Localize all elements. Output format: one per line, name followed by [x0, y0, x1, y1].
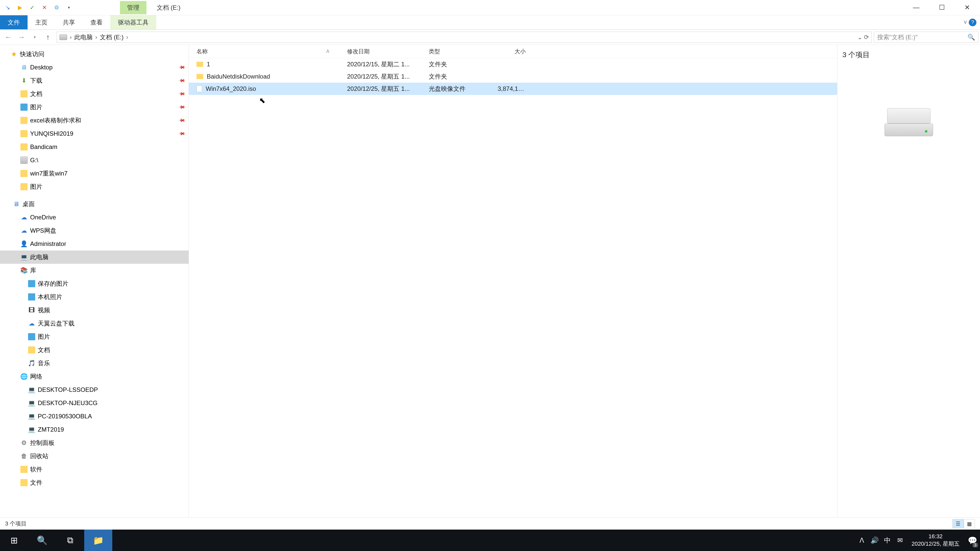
ribbon-tab-file[interactable]: 文件	[0, 15, 27, 29]
navigation-tree[interactable]: ★快速访问 🖥Desktop📌 ⬇下载📌 文档📌 图片📌 excel表格制作求和…	[0, 45, 189, 517]
tree-excel[interactable]: excel表格制作求和📌	[0, 114, 189, 127]
tree-recycle[interactable]: 🗑回收站	[0, 449, 189, 463]
sound-icon[interactable]: 🔊	[868, 530, 881, 551]
taskbar-explorer-button[interactable]: 📁	[84, 530, 112, 551]
tree-gdrive[interactable]: G:\	[0, 154, 189, 167]
tree-win7[interactable]: win7重装win7	[0, 167, 189, 180]
pc-icon: 💻	[28, 413, 35, 420]
minimize-button[interactable]: —	[904, 0, 929, 15]
tree-quick-access[interactable]: ★快速访问	[0, 48, 189, 61]
file-size: 3,874,126...	[490, 85, 531, 92]
taskbar-search-button[interactable]: 🔍	[28, 530, 56, 551]
tree-music[interactable]: 🎵音乐	[0, 357, 189, 370]
ime-icon[interactable]: 中	[881, 530, 894, 551]
column-type[interactable]: 类型	[421, 48, 490, 56]
tree-documents[interactable]: 文档📌	[0, 87, 189, 100]
qat-check-icon[interactable]: ✓	[27, 3, 37, 13]
tree-saved-pictures[interactable]: 保存的图片	[0, 277, 189, 290]
drive-icon	[21, 157, 27, 164]
ribbon-expand-icon[interactable]: ᐯ	[964, 20, 967, 25]
view-thumbnails-button[interactable]: ▦	[964, 519, 975, 528]
tree-pictures2[interactable]: 图片	[0, 180, 189, 193]
tree-net-pc2[interactable]: 💻DESKTOP-NJEU3CG	[0, 396, 189, 410]
tray-overflow-icon[interactable]: ᐱ	[856, 530, 868, 551]
clock-date: 2020/12/25, 星期五	[912, 540, 959, 548]
start-button[interactable]: ⊞	[0, 530, 28, 551]
mail-icon[interactable]: ✉	[894, 530, 907, 551]
taskbar: ⊞ 🔍 ⧉ 📁 ᐱ 🔊 中 ✉ 16:32 2020/12/25, 星期五 💬 …	[0, 530, 980, 551]
qat-properties-icon[interactable]: ⚙	[52, 3, 62, 13]
tree-video[interactable]: 🎞视频	[0, 303, 189, 317]
address-dropdown-icon[interactable]: ⌄	[857, 34, 862, 41]
navigation-row: ← → ▾ ↑ › 此电脑 › 文档 (E:) › ⌄ ⟳ 搜索"文档 (E:)…	[0, 30, 980, 45]
file-type: 光盘映像文件	[421, 85, 490, 93]
tree-yunqishi[interactable]: YUNQISHI2019📌	[0, 127, 189, 140]
task-view-button[interactable]: ⧉	[56, 530, 84, 551]
tree-admin[interactable]: 👤Administrator	[0, 237, 189, 251]
ribbon-tab-drive-tools[interactable]: 驱动器工具	[110, 15, 156, 29]
qat-folder-icon[interactable]: ▶	[15, 3, 25, 13]
pc-icon: 💻	[28, 400, 35, 407]
help-icon[interactable]: ?	[969, 19, 977, 26]
tree-software[interactable]: 软件	[0, 463, 189, 476]
tree-control-panel[interactable]: ⚙控制面板	[0, 436, 189, 449]
tree-doc2[interactable]: 文档	[0, 343, 189, 357]
refresh-icon[interactable]: ⟳	[864, 34, 869, 41]
tree-bandicam[interactable]: Bandicam	[0, 140, 189, 154]
nav-back-button[interactable]: ←	[2, 30, 15, 44]
breadcrumb-root[interactable]: 此电脑	[74, 33, 93, 41]
file-name: BaiduNetdiskDownload	[189, 73, 339, 80]
search-icon[interactable]: 🔍	[967, 34, 975, 41]
column-date[interactable]: 修改日期	[339, 48, 421, 56]
ribbon-tab-home[interactable]: 主页	[27, 15, 55, 29]
app-icon[interactable]: ↘	[3, 3, 13, 13]
tree-desktop[interactable]: 🖥Desktop📌	[0, 61, 189, 74]
tree-net-pc4[interactable]: 💻ZMT2019	[0, 423, 189, 436]
network-icon: 🌐	[21, 373, 27, 380]
ribbon-tab-view[interactable]: 查看	[83, 15, 110, 29]
pictures-icon	[28, 280, 35, 287]
folder-icon	[21, 170, 27, 177]
tree-pictures[interactable]: 图片📌	[0, 100, 189, 114]
pin-icon: 📌	[178, 116, 186, 124]
file-row[interactable]: 12020/12/15, 星期二 1...文件夹	[189, 58, 837, 70]
folder-icon	[21, 130, 27, 137]
tree-tianyi[interactable]: ☁天翼云盘下载	[0, 317, 189, 330]
tree-downloads[interactable]: ⬇下载📌	[0, 74, 189, 87]
column-name[interactable]: 名称ᐱ	[189, 48, 339, 56]
breadcrumb-location[interactable]: 文档 (E:)	[100, 33, 124, 41]
drive-preview-icon	[885, 108, 933, 136]
close-button[interactable]: ✕	[955, 0, 980, 15]
search-input[interactable]: 搜索"文档 (E:)" 🔍	[874, 32, 978, 43]
nav-forward-button[interactable]: →	[15, 30, 28, 44]
qat-dropdown-icon[interactable]: ▾	[64, 3, 74, 13]
nav-up-button[interactable]: ↑	[41, 30, 55, 44]
ribbon-tab-share[interactable]: 共享	[55, 15, 83, 29]
pc-icon: 💻	[28, 386, 35, 393]
tree-desktop-root[interactable]: 🖥桌面	[0, 197, 189, 211]
tree-thispc[interactable]: 💻此电脑	[0, 251, 189, 264]
qat-delete-icon[interactable]: ✕	[39, 3, 49, 13]
tree-pic3[interactable]: 图片	[0, 330, 189, 343]
tree-local-photo[interactable]: 本机照片	[0, 290, 189, 303]
tree-library[interactable]: 📚库	[0, 264, 189, 277]
view-details-button[interactable]: ☰	[953, 519, 964, 528]
breadcrumb-separator: ›	[70, 34, 72, 41]
nav-recent-dropdown[interactable]: ▾	[28, 30, 41, 44]
address-bar[interactable]: › 此电脑 › 文档 (E:) › ⌄ ⟳	[57, 32, 872, 43]
taskbar-clock[interactable]: 16:32 2020/12/25, 星期五	[907, 533, 965, 548]
tree-network[interactable]: 🌐网络	[0, 370, 189, 383]
tree-net-pc1[interactable]: 💻DESKTOP-LSSOEDP	[0, 383, 189, 396]
tree-file[interactable]: 文件	[0, 476, 189, 489]
notification-center-icon[interactable]: 💬 3	[965, 530, 980, 551]
desktop-icon: 🖥	[13, 200, 20, 208]
preview-pane: 3 个项目	[837, 45, 980, 517]
sort-indicator-icon: ᐱ	[326, 49, 329, 54]
tree-onedrive[interactable]: ☁OneDrive	[0, 211, 189, 224]
file-row[interactable]: Win7x64_2020.iso2020/12/25, 星期五 1...光盘映像…	[189, 83, 837, 95]
column-size[interactable]: 大小	[490, 48, 531, 56]
tree-net-pc3[interactable]: 💻PC-20190530OBLA	[0, 410, 189, 423]
maximize-button[interactable]: ☐	[929, 0, 955, 15]
file-row[interactable]: BaiduNetdiskDownload2020/12/25, 星期五 1...…	[189, 70, 837, 83]
tree-wps[interactable]: ☁WPS网盘	[0, 224, 189, 237]
